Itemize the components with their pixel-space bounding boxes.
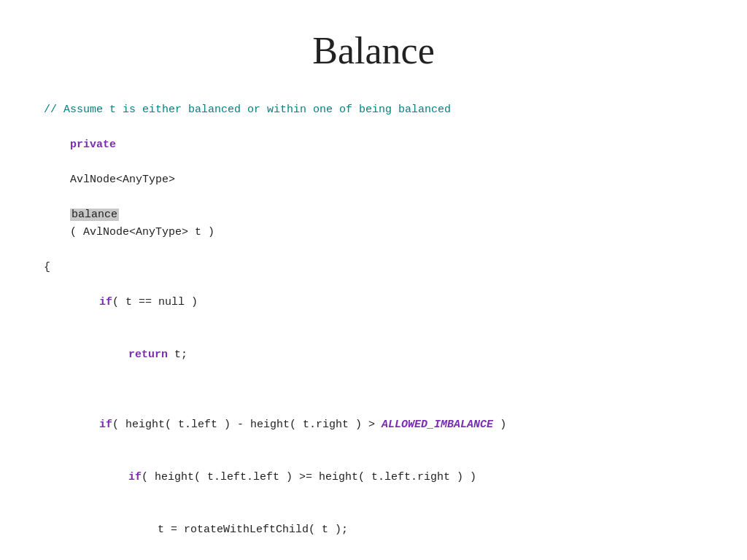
code-line-1: if( t == null )	[44, 276, 700, 329]
brace-open: {	[44, 259, 700, 276]
code-line-6: else	[44, 556, 700, 560]
code-line-5: t = rotateWithLeftChild( t );	[44, 504, 700, 556]
code-blank-1	[44, 381, 700, 399]
method-name-highlight: balance	[70, 209, 119, 221]
code-space2	[70, 191, 77, 203]
code-space	[70, 156, 77, 168]
code-params: ( AvlNode<AnyType> t )	[70, 226, 214, 238]
code-comment-line: // Assume t is either balanced or within…	[44, 101, 700, 119]
code-block: // Assume t is either balanced or within…	[44, 101, 700, 560]
code-line-3: if( height( t.left ) - height( t.right )…	[44, 399, 700, 451]
keyword-private: private	[70, 139, 116, 151]
code-return-type: AvlNode<AnyType>	[70, 174, 175, 186]
page-title: Balance	[312, 29, 434, 72]
code-signature: private AvlNode<AnyType> balance ( AvlNo…	[44, 119, 700, 259]
code-line-4: if( height( t.left.left ) >= height( t.l…	[44, 451, 700, 504]
code-line-2: return t;	[44, 329, 700, 381]
